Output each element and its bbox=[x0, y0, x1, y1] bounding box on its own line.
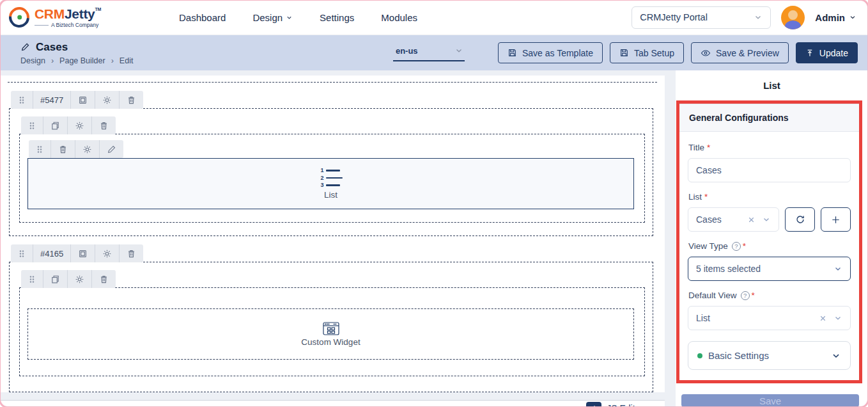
refresh-list-button[interactable] bbox=[785, 207, 815, 232]
user-name: Admin bbox=[815, 12, 845, 23]
drag-handle-icon[interactable] bbox=[11, 244, 33, 262]
column-toolbar bbox=[21, 116, 116, 134]
clear-x-icon[interactable] bbox=[819, 314, 827, 323]
drag-handle-icon[interactable] bbox=[21, 270, 43, 288]
help-icon[interactable] bbox=[741, 291, 750, 300]
list-field-label: List bbox=[688, 192, 850, 202]
clear-x-icon[interactable] bbox=[747, 216, 756, 224]
page-header: Cases Design Page Builder Edit en-us Sav… bbox=[0, 35, 868, 70]
row-settings-gear-icon[interactable] bbox=[95, 244, 119, 262]
drag-handle-icon[interactable] bbox=[21, 116, 43, 134]
view-type-select-value: 5 items selected bbox=[696, 264, 761, 274]
section-general-configurations: General Configurations bbox=[679, 104, 859, 132]
save-icon bbox=[508, 48, 517, 58]
breadcrumb-design[interactable]: Design bbox=[20, 56, 45, 65]
row-id-label: #4165 bbox=[33, 244, 70, 262]
chevron-down-icon bbox=[454, 46, 463, 55]
breadcrumb-page-builder[interactable]: Page Builder bbox=[45, 56, 105, 65]
row-block-5477[interactable]: #5477 bbox=[9, 108, 653, 236]
basic-settings-accordion[interactable]: Basic Settings bbox=[688, 341, 851, 370]
widget-label: List bbox=[324, 190, 337, 200]
nav-design[interactable]: Design bbox=[252, 12, 293, 23]
top-navbar: CRMJettyTM A Biztech Company Dashboard D… bbox=[0, 0, 868, 35]
column-settings-gear-icon[interactable] bbox=[67, 270, 91, 288]
edit-widget-pencil-icon[interactable] bbox=[99, 140, 123, 158]
crmjetty-logo-icon bbox=[4, 3, 33, 31]
drag-handle-icon[interactable] bbox=[29, 140, 50, 158]
default-view-select-value: List bbox=[696, 313, 710, 323]
row-block-4165[interactable]: #4165 Custom Widget bbox=[9, 262, 653, 392]
row-toolbar: #5477 bbox=[11, 91, 143, 109]
title-input[interactable] bbox=[688, 158, 851, 182]
avatar[interactable] bbox=[781, 6, 805, 29]
save-row-icon[interactable] bbox=[70, 244, 95, 262]
brand-crm: CRM bbox=[35, 6, 65, 21]
view-type-select[interactable]: 5 items selected bbox=[688, 257, 851, 281]
delete-row-trash-icon[interactable] bbox=[119, 244, 143, 262]
column-block[interactable]: Custom Widget bbox=[19, 287, 645, 376]
brand-tm: TM bbox=[95, 7, 101, 12]
chevron-down-icon bbox=[286, 14, 293, 21]
edit-title-pencil-icon[interactable] bbox=[20, 42, 30, 52]
delete-column-trash-icon[interactable] bbox=[91, 270, 116, 288]
canvas-top-dropzone bbox=[8, 82, 657, 83]
breadcrumb: Design Page Builder Edit bbox=[20, 56, 133, 65]
delete-row-trash-icon[interactable] bbox=[119, 91, 143, 109]
builder-canvas-column: #5477 bbox=[0, 70, 665, 407]
chevron-down-icon[interactable] bbox=[833, 314, 842, 323]
upload-icon bbox=[805, 49, 814, 58]
numbered-list-icon bbox=[320, 168, 343, 188]
tab-setup-button[interactable]: Tab Setup bbox=[610, 42, 684, 63]
nav-dashboard[interactable]: Dashboard bbox=[179, 12, 226, 23]
language-select[interactable]: en-us bbox=[393, 45, 465, 61]
portal-select-value: CRMJetty Portal bbox=[640, 12, 708, 22]
add-list-button[interactable] bbox=[821, 207, 851, 232]
config-fields: Title List Cases View Type bbox=[679, 132, 859, 380]
breadcrumb-edit: Edit bbox=[105, 56, 134, 65]
chevron-down-icon bbox=[754, 13, 763, 22]
portal-select[interactable]: CRMJetty Portal bbox=[632, 6, 771, 29]
crmjetty-logo[interactable]: CRMJettyTM A Biztech Company bbox=[9, 7, 162, 28]
widget-wrap: List bbox=[27, 158, 634, 209]
save-button[interactable]: Save bbox=[681, 394, 859, 407]
column-block[interactable]: List bbox=[19, 134, 645, 223]
copy-column-icon[interactable] bbox=[43, 116, 67, 134]
eye-icon bbox=[701, 48, 711, 58]
widget-toolbar bbox=[29, 140, 123, 158]
chevron-down-icon bbox=[849, 13, 856, 21]
column-toolbar bbox=[21, 270, 116, 288]
list-select-value: Cases bbox=[696, 214, 722, 225]
save-as-template-button[interactable]: Save as Template bbox=[498, 42, 603, 63]
navbar-right: CRMJetty Portal Admin bbox=[632, 6, 856, 29]
drag-handle-icon[interactable] bbox=[11, 91, 33, 109]
help-icon[interactable] bbox=[732, 242, 741, 251]
save-and-preview-button[interactable]: Save & Preview bbox=[691, 42, 789, 63]
user-menu[interactable]: Admin bbox=[815, 12, 856, 23]
title-field-label: Title bbox=[688, 143, 850, 152]
chevron-down-icon bbox=[833, 264, 842, 273]
status-green-dot bbox=[697, 353, 702, 358]
plus-icon bbox=[831, 215, 841, 225]
main-nav: Dashboard Design Settings Modules bbox=[179, 12, 417, 23]
update-button[interactable]: Update bbox=[796, 42, 858, 63]
column-settings-gear-icon[interactable] bbox=[67, 116, 91, 134]
chevron-down-icon bbox=[831, 351, 841, 361]
delete-widget-trash-icon[interactable] bbox=[50, 140, 75, 158]
save-row-icon[interactable] bbox=[70, 91, 95, 109]
list-widget[interactable]: List bbox=[27, 158, 634, 209]
chevron-down-icon[interactable] bbox=[762, 215, 771, 224]
nav-modules[interactable]: Modules bbox=[381, 12, 417, 23]
list-select[interactable]: Cases bbox=[688, 207, 779, 232]
title-block: Cases Design Page Builder Edit bbox=[20, 41, 133, 65]
custom-widget[interactable]: Custom Widget bbox=[27, 308, 634, 360]
default-view-select[interactable]: List bbox=[688, 306, 851, 330]
js-editor-button[interactable]: JS Editor bbox=[558, 401, 647, 407]
widget-settings-gear-icon[interactable] bbox=[75, 140, 99, 158]
copy-column-icon[interactable] bbox=[43, 270, 67, 288]
delete-column-trash-icon[interactable] bbox=[91, 116, 116, 134]
row-settings-gear-icon[interactable] bbox=[95, 91, 119, 109]
nav-settings[interactable]: Settings bbox=[320, 12, 354, 23]
annotation-red-box: General Configurations Title List Cases bbox=[676, 100, 862, 383]
row-toolbar: #4165 bbox=[11, 244, 143, 262]
save-icon bbox=[619, 48, 629, 58]
